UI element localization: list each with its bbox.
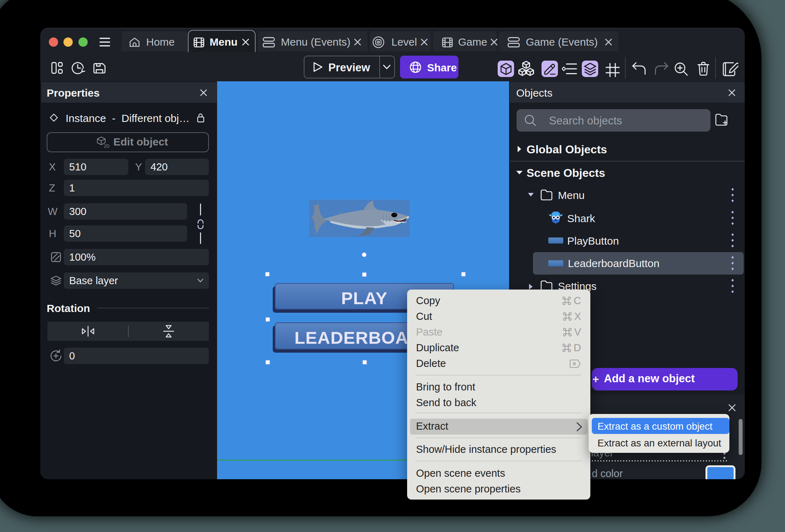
svg-text:2D: 2D: [104, 144, 109, 148]
